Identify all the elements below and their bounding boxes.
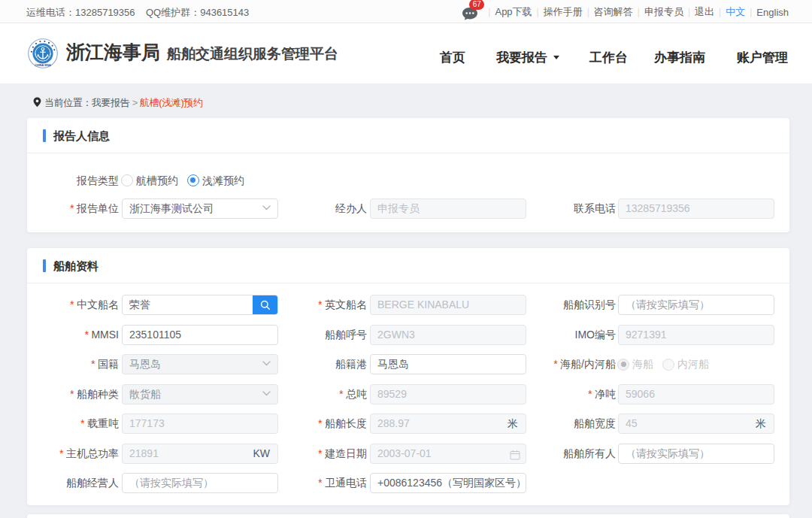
svg-text:CHINA MSA: CHINA MSA	[35, 64, 51, 67]
